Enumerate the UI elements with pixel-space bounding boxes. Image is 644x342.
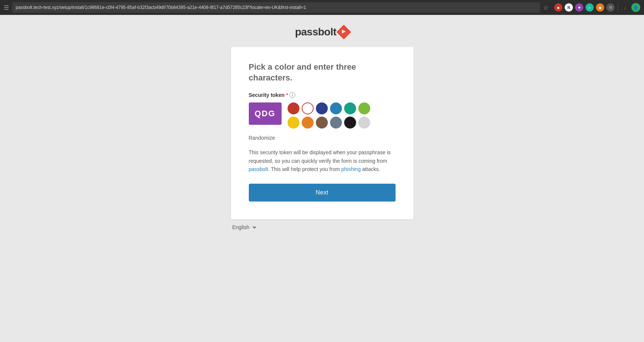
token-area: QDG — [249, 102, 396, 129]
passbolt-link[interactable]: passbolt — [249, 166, 268, 172]
field-label: Security token * i — [249, 92, 396, 98]
browser-chrome: ☰ passbolt.tech-test.xyz/setup/install/1… — [0, 0, 644, 15]
toolbar-divider — [618, 4, 618, 11]
address-bar[interactable]: passbolt.tech-test.xyz/setup/install/1c9… — [12, 2, 540, 13]
setup-card: Pick a color and enter three characters.… — [231, 47, 413, 219]
color-swatch-brown[interactable] — [316, 117, 328, 129]
color-swatch-yellow[interactable] — [288, 117, 299, 129]
logo-text: passbolt — [295, 26, 336, 38]
extension-puzzle-icon[interactable]: ⧉ — [606, 3, 615, 12]
browser-menu-icon[interactable]: ☰ — [4, 4, 9, 11]
field-label-text: Security token — [249, 92, 285, 98]
user-avatar-icon[interactable]: 👤 — [631, 3, 640, 12]
extension-notion-icon[interactable]: N — [565, 3, 573, 12]
color-swatch-green[interactable] — [358, 102, 370, 114]
color-swatch-black[interactable] — [344, 117, 356, 129]
color-swatch-blue-light[interactable] — [330, 102, 342, 114]
info-icon[interactable]: i — [289, 92, 295, 98]
language-select[interactable]: English French German Spanish — [231, 224, 257, 231]
extension-purple-icon[interactable]: ✦ — [575, 3, 583, 12]
bookmark-icon[interactable]: ☆ — [543, 4, 548, 11]
token-text: QDG — [254, 109, 275, 118]
extension-teal-icon[interactable]: ≈ — [586, 3, 594, 12]
color-swatch-slate[interactable] — [330, 117, 342, 129]
next-button[interactable]: Next — [249, 184, 396, 202]
description-text: This security token will be displayed wh… — [249, 148, 396, 173]
browser-extensions: ● N ✦ ≈ ◆ ⧉ ↓ 👤 — [554, 3, 640, 12]
randomize-link[interactable]: Randomize — [249, 135, 275, 141]
color-swatch-blue-dark[interactable] — [316, 102, 328, 114]
extension-orange-icon[interactable]: ◆ — [596, 3, 604, 12]
color-swatch-orange[interactable] — [302, 117, 314, 129]
token-preview: QDG — [249, 102, 282, 125]
color-swatch-white[interactable] — [302, 102, 314, 114]
footer: English French German Spanish — [231, 219, 413, 231]
passbolt-logo: passbolt — [295, 26, 349, 38]
page-content: passbolt Pick a color and enter three ch… — [0, 15, 644, 342]
phishing-link[interactable]: phishing — [341, 166, 361, 172]
card-title: Pick a color and enter three characters. — [249, 62, 396, 83]
color-swatch-red[interactable] — [288, 102, 299, 114]
url-text: passbolt.tech-test.xyz/setup/install/1c9… — [16, 5, 306, 10]
logo-diamond-icon — [336, 25, 351, 39]
color-grid — [288, 102, 370, 129]
extension-icon-1[interactable]: ● — [554, 3, 562, 12]
logo-container: passbolt — [295, 26, 349, 38]
color-swatch-light-gray[interactable] — [358, 117, 370, 129]
required-marker: * — [286, 92, 288, 98]
download-icon[interactable]: ↓ — [621, 3, 629, 12]
color-swatch-teal[interactable] — [344, 102, 356, 114]
